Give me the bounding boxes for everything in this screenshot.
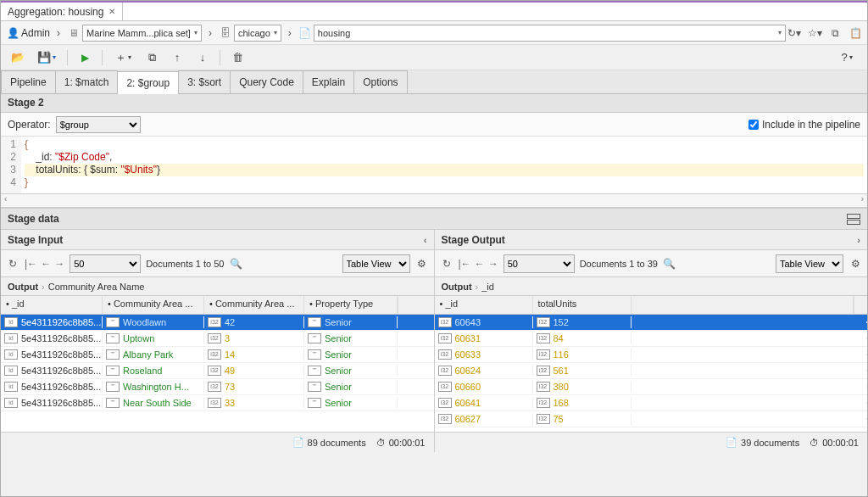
- output-page-size[interactable]: 50: [504, 254, 575, 273]
- prev-page-icon[interactable]: ←: [475, 258, 485, 270]
- tab-options[interactable]: Options: [353, 70, 407, 93]
- breadcrumb-cluster[interactable]: Marine Mamm...plica set]▾: [82, 25, 202, 42]
- breadcrumb-database[interactable]: chicago▾: [234, 25, 281, 42]
- table-row[interactable]: id5e4311926c8b85...""Uptowni323""Senior: [1, 331, 434, 347]
- copy-icon[interactable]: ⧉: [828, 26, 842, 40]
- collapse-left-icon[interactable]: ‹: [424, 235, 427, 245]
- table-row[interactable]: id5e4311926c8b85...""Roselandi3249""Seni…: [1, 363, 434, 379]
- layout-icon[interactable]: [847, 214, 860, 225]
- find-icon[interactable]: 🔍: [663, 257, 676, 271]
- output-doc-count: 39 documents: [741, 438, 799, 448]
- table-row[interactable]: id5e4311926c8b85...""Woodlawni3242""Seni…: [1, 315, 434, 331]
- include-checkbox[interactable]: [748, 120, 759, 130]
- close-icon[interactable]: ✕: [108, 7, 115, 16]
- col-area-name[interactable]: • Community Area ...: [103, 296, 204, 314]
- gear-icon[interactable]: ⚙: [849, 257, 862, 271]
- app-tab[interactable]: Aggregation: housing ✕: [1, 3, 123, 20]
- stage-data-header: Stage data: [1, 208, 867, 230]
- table-row[interactable]: i3260631i3284: [435, 331, 868, 347]
- star-icon[interactable]: ☆▾: [808, 26, 821, 40]
- open-button[interactable]: 📂: [6, 47, 30, 68]
- stage-input-title: Stage Input ‹: [1, 230, 434, 250]
- input-doc-count: 89 documents: [308, 438, 366, 448]
- code-hscroll[interactable]: [1, 194, 867, 208]
- stage-tabs: Pipeline 1: $match 2: $group 3: $sort Qu…: [1, 70, 867, 94]
- tab-query-code[interactable]: Query Code: [230, 70, 303, 93]
- run-button[interactable]: ▶: [73, 47, 97, 68]
- add-stage-button[interactable]: ＋▾: [108, 47, 138, 68]
- chevron-right-icon: ›: [203, 26, 217, 40]
- input-page-size[interactable]: 50: [70, 254, 141, 273]
- input-toolbar: ↻ |← ← → 50 Documents 1 to 50 🔍 Table Vi…: [1, 250, 434, 277]
- database-icon: 🗄: [219, 26, 232, 40]
- output-footer: 📄39 documents ⏱00:00:01: [435, 432, 868, 452]
- output-grid: • _id totalUnits i3260643i32152i3260631i…: [435, 296, 868, 432]
- input-view-select[interactable]: Table View: [342, 254, 410, 273]
- refresh-icon[interactable]: ↻: [6, 257, 19, 271]
- save-button[interactable]: 💾▾: [31, 47, 62, 68]
- move-down-button[interactable]: ↓: [191, 47, 214, 68]
- history-icon[interactable]: ↻▾: [787, 26, 801, 40]
- server-icon: 🖥: [67, 26, 81, 40]
- table-row[interactable]: i3260633i32116: [435, 347, 868, 363]
- stage-output-title: Stage Output ›: [435, 230, 868, 250]
- table-row[interactable]: id5e4311926c8b85...""Washington H...i327…: [1, 379, 434, 395]
- help-button[interactable]: ?▾: [832, 47, 862, 68]
- col-id[interactable]: • _id: [435, 296, 533, 314]
- tab-group[interactable]: 2: $group: [117, 71, 179, 94]
- gear-icon[interactable]: ⚙: [415, 257, 429, 271]
- table-row[interactable]: id5e4311926c8b85...""Near South Sidei323…: [1, 395, 434, 411]
- input-time: 00:00:01: [389, 438, 426, 448]
- collapse-right-icon[interactable]: ›: [857, 235, 860, 245]
- breadcrumb: 👤 Admin › 🖥 Marine Mamm...plica set]▾ › …: [1, 21, 867, 45]
- prev-page-icon[interactable]: ←: [41, 258, 51, 270]
- tab-sort[interactable]: 3: $sort: [178, 70, 231, 93]
- clock-icon: ⏱: [810, 438, 819, 448]
- code-editor[interactable]: 1234 { _id: "$Zip Code", totalUnits: { $…: [1, 137, 867, 194]
- col-property-type[interactable]: • Property Type: [304, 296, 398, 314]
- table-row[interactable]: i3260627i3275: [435, 411, 868, 427]
- table-row[interactable]: i3260641i32168: [435, 395, 868, 411]
- chevron-right-icon: ›: [52, 26, 65, 40]
- tab-pipeline[interactable]: Pipeline: [1, 70, 56, 93]
- operator-label: Operator:: [8, 119, 51, 131]
- collection-icon: 📄: [298, 26, 312, 40]
- input-footer: 📄89 documents ⏱00:00:01: [1, 432, 434, 452]
- tab-explain[interactable]: Explain: [303, 70, 354, 93]
- first-page-icon[interactable]: |←: [459, 258, 471, 270]
- find-icon[interactable]: 🔍: [229, 257, 242, 271]
- refresh-icon[interactable]: ↻: [440, 257, 453, 271]
- table-row[interactable]: i3260643i32152: [435, 315, 868, 331]
- code-body[interactable]: { _id: "$Zip Code", totalUnits: { $sum: …: [21, 137, 867, 193]
- chevron-right-icon: ›: [283, 26, 297, 40]
- operator-row: Operator: $group Include in the pipeline: [1, 113, 867, 137]
- output-range: Documents 1 to 39: [580, 259, 658, 269]
- breadcrumb-user: Admin: [21, 27, 50, 39]
- output-toolbar: ↻ |← ← → 50 Documents 1 to 39 🔍 Table Vi…: [435, 250, 868, 277]
- output-time: 00:00:01: [822, 438, 859, 448]
- stage-input-pane: Stage Input ‹ ↻ |← ← → 50 Documents 1 to…: [1, 230, 435, 452]
- tab-match[interactable]: 1: $match: [55, 70, 119, 93]
- input-grid: • _id • Community Area ... • Community A…: [1, 296, 434, 432]
- operator-select[interactable]: $group: [56, 116, 141, 133]
- table-row[interactable]: id5e4311926c8b85...""Albany Parki3214""S…: [1, 347, 434, 363]
- app-tab-title: Aggregation: housing: [8, 6, 103, 18]
- duplicate-button[interactable]: ⧉: [140, 47, 164, 68]
- delete-button[interactable]: 🗑: [225, 47, 249, 68]
- first-page-icon[interactable]: |←: [25, 258, 37, 270]
- paste-icon[interactable]: 📋: [849, 26, 862, 40]
- table-row[interactable]: i3260624i32561: [435, 363, 868, 379]
- move-up-button[interactable]: ↑: [165, 47, 189, 68]
- col-id[interactable]: • _id: [1, 296, 103, 314]
- document-icon: 📄: [726, 437, 737, 448]
- output-view-select[interactable]: Table View: [776, 254, 843, 273]
- next-page-icon[interactable]: →: [54, 258, 64, 270]
- include-label: Include in the pipeline: [762, 119, 860, 131]
- main-toolbar: 📂 💾▾ ▶ ＋▾ ⧉ ↑ ↓ 🗑 ?▾: [1, 45, 867, 70]
- user-icon: 👤: [6, 26, 19, 40]
- breadcrumb-collection[interactable]: housing▾: [314, 25, 786, 42]
- table-row[interactable]: i3260660i32380: [435, 379, 868, 395]
- col-total-units[interactable]: totalUnits: [533, 296, 632, 314]
- col-area-num[interactable]: • Community Area ...: [204, 296, 304, 314]
- next-page-icon[interactable]: →: [488, 258, 498, 270]
